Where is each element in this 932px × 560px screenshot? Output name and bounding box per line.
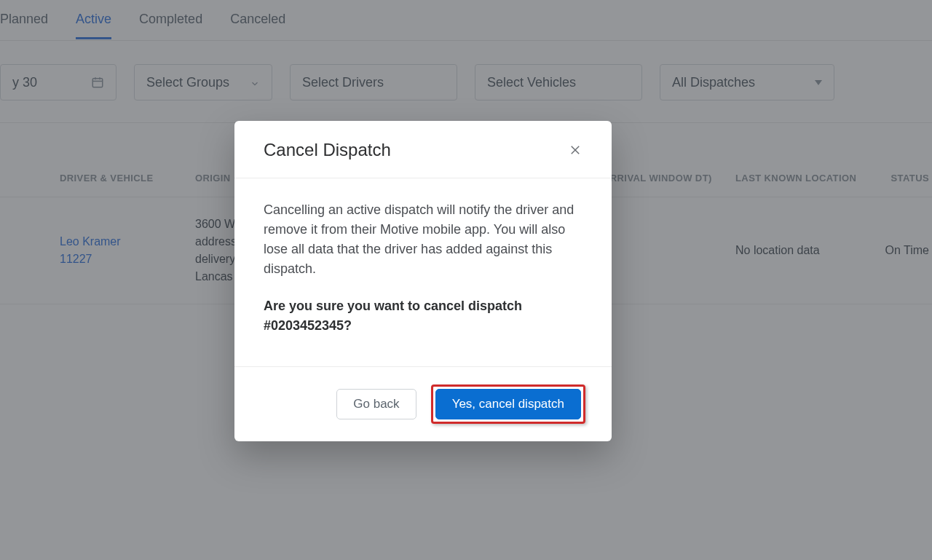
modal-title: Cancel Dispatch	[264, 140, 391, 160]
close-icon[interactable]	[568, 143, 582, 157]
modal-body: Cancelling an active dispatch will notif…	[234, 178, 612, 366]
modal-confirm-question: Are you sure you want to cancel dispatch…	[264, 296, 582, 336]
modal-footer: Go back Yes, cancel dispatch	[234, 366, 612, 441]
modal-header: Cancel Dispatch	[234, 121, 612, 178]
yes-cancel-dispatch-button[interactable]: Yes, cancel dispatch	[435, 389, 581, 419]
highlight-annotation: Yes, cancel dispatch	[431, 384, 585, 424]
go-back-button[interactable]: Go back	[336, 389, 416, 419]
cancel-dispatch-modal: Cancel Dispatch Cancelling an active dis…	[234, 121, 612, 441]
modal-warning-text: Cancelling an active dispatch will notif…	[264, 200, 582, 279]
